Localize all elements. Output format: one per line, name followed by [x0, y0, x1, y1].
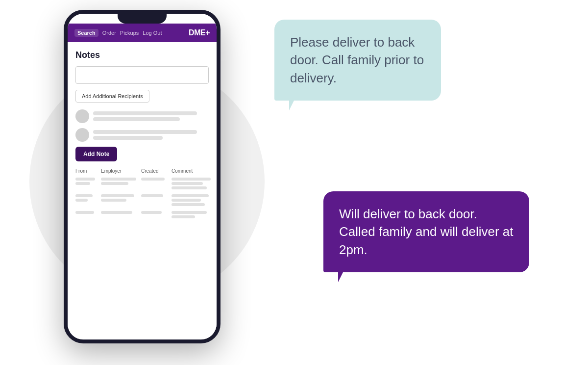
line-4: [93, 136, 163, 140]
table-row: [75, 211, 209, 218]
nav-order[interactable]: Order: [102, 30, 116, 36]
line-3: [93, 130, 197, 134]
add-recipients-button[interactable]: Add Additional Recipients: [75, 90, 149, 103]
recipient-lines-1: [93, 111, 209, 121]
col-comment: Comment: [172, 168, 211, 174]
recipient-lines-2: [93, 130, 209, 140]
table-row: [75, 194, 209, 206]
notes-input[interactable]: [75, 66, 209, 84]
speech-bubble-dark: Will deliver to back door. Called family…: [323, 191, 529, 272]
nav-bar: Search Order Pickups Log Out DME+: [68, 24, 217, 42]
phone-mockup: Search Order Pickups Log Out DME+ Notes …: [64, 10, 220, 343]
speech-bubble-light: Please deliver to back door. Call family…: [274, 20, 441, 101]
bubble-light-text: Please deliver to back door. Call family…: [290, 33, 425, 87]
notes-title: Notes: [75, 50, 209, 60]
phone-notch: [118, 14, 167, 24]
app-logo: DME+: [189, 28, 210, 37]
col-from: From: [75, 168, 100, 174]
recipient-row-2: [75, 128, 209, 142]
nav-pickups[interactable]: Pickups: [120, 30, 139, 36]
nav-search[interactable]: Search: [74, 29, 98, 37]
nav-logout[interactable]: Log Out: [143, 30, 162, 36]
line-1: [93, 111, 197, 115]
table-row: [75, 178, 209, 189]
avatar-1: [75, 109, 89, 123]
col-created: Created: [141, 168, 171, 174]
logo-text: DME+: [189, 28, 210, 37]
add-note-button[interactable]: Add Note: [75, 147, 117, 161]
nav-links: Search Order Pickups Log Out: [74, 29, 162, 37]
line-2: [93, 117, 180, 121]
recipient-row-1: [75, 109, 209, 123]
phone-content: Notes Add Additional Recipients: [68, 42, 217, 339]
table-header: From Employer Created Comment: [75, 168, 209, 174]
col-employer: Employer: [101, 168, 140, 174]
bubble-dark-text: Will deliver to back door. Called family…: [339, 205, 514, 259]
avatar-2: [75, 128, 89, 142]
